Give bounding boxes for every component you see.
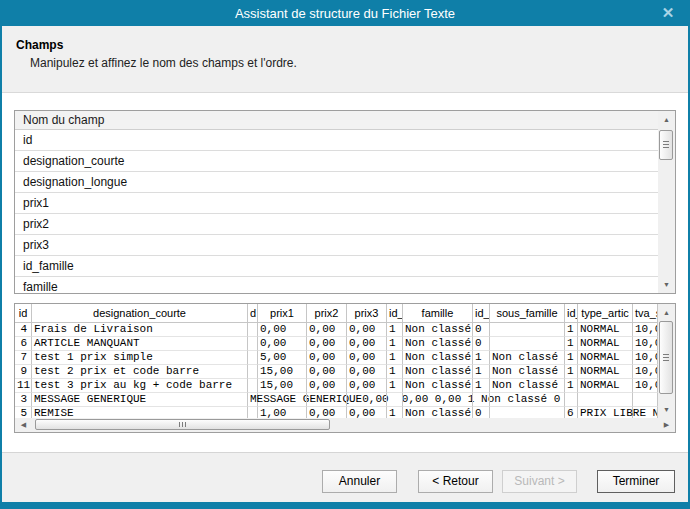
table-cell: 10,00 [633, 323, 658, 337]
grid-column-header[interactable]: d [248, 304, 258, 323]
table-cell: 0,00 [258, 323, 307, 337]
terminer-button[interactable]: Terminer [597, 470, 675, 493]
table-cell [248, 365, 258, 379]
title-bar: Assistant de structure du Fichier Texte … [0, 0, 690, 26]
annuler-button[interactable]: Annuler [322, 470, 397, 493]
table-cell: 1 [565, 365, 578, 379]
table-cell: PRIX LIBRE N [578, 407, 633, 418]
table-row[interactable]: 6ARTICLE MANQUANT0,000,000,001Non classé… [15, 337, 658, 351]
table-cell: Non classé [403, 351, 473, 365]
scroll-right-icon[interactable]: ▶ [658, 418, 675, 432]
table-cell: 1 [387, 407, 403, 418]
table-cell [490, 393, 565, 407]
table-cell: Non classé [403, 407, 473, 418]
table-row[interactable]: 4Frais de Livraison0,000,000,001Non clas… [15, 323, 658, 337]
table-cell: Frais de Livraison [32, 323, 248, 337]
table-cell: MESSAGE GENERIQUE0,00 0,00 0,00 1 Non cl… [248, 393, 258, 407]
table-cell: 7 [15, 351, 32, 365]
scrollbar-thumb[interactable] [659, 130, 673, 160]
table-cell: 0,00 [347, 323, 387, 337]
field-list-vertical-scrollbar[interactable]: ▲ ▼ [658, 111, 675, 293]
table-row[interactable]: 9test 2 prix et code barre15,000,000,001… [15, 365, 658, 379]
field-list-rows: iddesignation_courtedesignation_longuepr… [15, 130, 658, 293]
table-cell [633, 407, 658, 418]
close-icon[interactable]: ✕ [658, 3, 678, 23]
scroll-down-icon[interactable]: ▼ [658, 401, 675, 418]
table-cell: NORMAL [578, 365, 633, 379]
grid-column-header[interactable]: designation_courte [32, 304, 248, 323]
table-cell: 1 [565, 379, 578, 393]
grid-vertical-scrollbar[interactable]: ▲ ▼ [658, 304, 675, 418]
field-list-item[interactable]: id [15, 130, 658, 151]
retour-button[interactable]: < Retour [418, 470, 493, 493]
table-cell: 6 [565, 407, 578, 418]
scroll-left-icon[interactable]: ◀ [15, 418, 32, 432]
table-cell: NORMAL [578, 351, 633, 365]
table-cell: NORMAL [578, 379, 633, 393]
table-cell [473, 393, 490, 407]
grid-column-header[interactable]: id [15, 304, 32, 323]
table-cell [403, 393, 473, 407]
table-cell: 1 [387, 365, 403, 379]
grid-column-header[interactable]: famille [403, 304, 473, 323]
table-cell: test 2 prix et code barre [32, 365, 248, 379]
grid-column-header[interactable]: prix3 [347, 304, 387, 323]
table-cell: NORMAL [578, 337, 633, 351]
field-list-item[interactable]: prix1 [15, 193, 658, 214]
table-cell: 0,00 [307, 365, 347, 379]
table-cell: Non classé [403, 323, 473, 337]
table-row[interactable]: 5REMISE1,000,000,001Non classé06PRIX LIB… [15, 407, 658, 418]
table-cell: 1 [473, 379, 490, 393]
grid-column-header[interactable]: prix1 [258, 304, 307, 323]
table-cell [248, 351, 258, 365]
table-cell: 0,00 [258, 337, 307, 351]
table-cell: 3 [15, 393, 32, 407]
table-cell: 0,00 [307, 351, 347, 365]
field-list-item[interactable]: prix3 [15, 235, 658, 256]
table-cell [565, 393, 578, 407]
table-cell [490, 337, 565, 351]
table-cell: 10,00 [633, 365, 658, 379]
table-cell: 1 [565, 351, 578, 365]
table-cell: 1 [387, 323, 403, 337]
table-cell: 1 [473, 365, 490, 379]
scroll-down-icon[interactable]: ▼ [658, 276, 675, 293]
field-list-item[interactable]: designation_courte [15, 151, 658, 172]
table-cell: 10,00 [633, 379, 658, 393]
grid-column-header[interactable]: prix2 [307, 304, 347, 323]
grid-column-header[interactable]: sous_famille [490, 304, 565, 323]
field-list-item[interactable]: designation_longue [15, 172, 658, 193]
table-row[interactable]: 3MESSAGE GENERIQUEMESSAGE GENERIQUE0,00 … [15, 393, 658, 407]
grid-column-header[interactable]: id_ [387, 304, 403, 323]
table-cell [347, 393, 387, 407]
grid-column-header[interactable]: tva_su [633, 304, 658, 323]
field-list-item[interactable]: id_famille [15, 256, 658, 277]
table-cell [633, 393, 658, 407]
scroll-up-icon[interactable]: ▲ [658, 111, 675, 128]
table-row[interactable]: 7test 1 prix simple5,000,000,001Non clas… [15, 351, 658, 365]
table-cell [490, 407, 565, 418]
suivant-button[interactable]: Suivant > [502, 470, 577, 493]
wizard-dialog: Assistant de structure du Fichier Texte … [0, 0, 690, 509]
grid-column-header[interactable]: id_ [565, 304, 578, 323]
grid-column-header[interactable]: type_artic [578, 304, 633, 323]
field-list-column-header[interactable]: Nom du champ [15, 111, 658, 130]
scrollbar-thumb[interactable] [659, 321, 673, 394]
field-list-item[interactable]: prix2 [15, 214, 658, 235]
field-list-item[interactable]: famille [15, 277, 658, 293]
table-cell [258, 393, 307, 407]
data-preview-grid: iddesignation_courtedprix1prix2prix3id_f… [14, 303, 676, 433]
step-title: Champs [16, 38, 690, 52]
table-cell [490, 323, 565, 337]
table-cell: ARTICLE MANQUANT [32, 337, 248, 351]
table-cell: 1 [387, 379, 403, 393]
table-row[interactable]: 11test 3 prix au kg + code barre15,000,0… [15, 379, 658, 393]
grid-header-row: iddesignation_courtedprix1prix2prix3id_f… [15, 304, 658, 323]
scrollbar-thumb[interactable] [35, 419, 330, 430]
button-bar: Annuler < Retour Suivant > Terminer [0, 452, 690, 502]
grid-horizontal-scrollbar[interactable]: ◀ ▶ [15, 418, 675, 432]
table-cell: Non classé [403, 337, 473, 351]
scroll-up-icon[interactable]: ▲ [658, 304, 675, 321]
grid-column-header[interactable]: id_ [473, 304, 490, 323]
table-cell: 6 [15, 337, 32, 351]
